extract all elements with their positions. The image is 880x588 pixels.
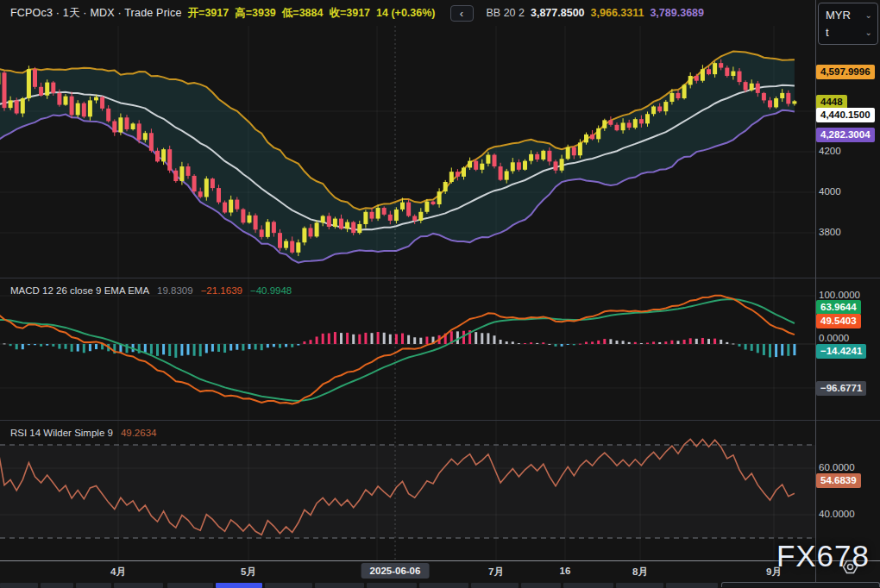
unit-value: t — [826, 26, 829, 39]
chevron-left-icon: ‹ — [460, 7, 463, 20]
axis-value-badge: 63.9644 — [816, 300, 861, 315]
pane-separator[interactable] — [0, 278, 880, 278]
scrollbar-segment[interactable] — [367, 583, 417, 588]
axis-tick-label: 3800 — [819, 227, 841, 237]
price-pane-canvas[interactable] — [0, 26, 815, 278]
rsi-title[interactable]: RSI 14 Wilder Simple 9 — [10, 428, 113, 438]
scrollbar-segment[interactable] — [616, 583, 663, 588]
bb-mid-value: 3,877.8500 — [531, 7, 585, 19]
axis-value-badge: 54.6839 — [816, 473, 861, 488]
ohlc-low: 低=3884 — [282, 6, 324, 21]
scrollbar-segment[interactable] — [114, 583, 163, 588]
bb-indicator-label[interactable]: BB 20 2 — [487, 7, 525, 19]
ohlc-open: 开=3917 — [188, 6, 229, 21]
scrollbar-segment[interactable] — [167, 583, 213, 588]
axis-tick-label: 60.0000 — [819, 462, 855, 472]
axis-value-badge: −14.4241 — [816, 344, 866, 359]
currency-value: MYR — [826, 9, 851, 22]
axis-tick-label: 40.0000 — [819, 509, 855, 519]
scrollbar-segment[interactable] — [265, 583, 312, 588]
scrollbar-segment[interactable] — [521, 583, 561, 588]
ohlc-high: 高=3939 — [235, 6, 276, 21]
scrollbar-segment[interactable] — [563, 583, 613, 588]
time-tick-label: 9月 — [766, 566, 782, 579]
chevron-down-icon: ⌄ — [865, 28, 872, 37]
time-tick-label: 4月 — [110, 566, 126, 579]
scrollbar-segment[interactable] — [41, 583, 73, 588]
scrollbar-segment[interactable] — [76, 583, 111, 588]
axis-value-badge: 4,440.1500 — [816, 108, 875, 122]
chart-legend: FCPOc3 · 1天 · MDX · Trade Price 开=3917 高… — [0, 0, 811, 26]
rsi-pane-canvas[interactable] — [0, 420, 815, 560]
scrollbar-end-box[interactable] — [721, 582, 880, 587]
macd-title[interactable]: MACD 12 26 close 9 EMA EMA — [10, 285, 149, 296]
time-tick-label: 7月 — [488, 566, 504, 579]
trading-chart-app: FCPOc3 · 1天 · MDX · Trade Price 开=3917 高… — [0, 0, 880, 588]
horizontal-scrollbar[interactable] — [0, 582, 880, 588]
macd-pane-legend: MACD 12 26 close 9 EMA EMA 19.8309 −21.1… — [10, 285, 292, 296]
price-axis[interactable]: 4200400038004,597.999644484,440.15004,28… — [816, 0, 880, 582]
axis-tick-label: 0.0000 — [819, 333, 849, 343]
symbol-title[interactable]: FCPOc3 · 1天 · MDX · Trade Price — [10, 6, 182, 21]
chevron-down-icon: ⌄ — [865, 10, 872, 20]
currency-unit-selector: MYR ⌄ t ⌄ — [818, 3, 878, 45]
scrollbar-segment[interactable] — [419, 583, 468, 588]
scrollbar-segment[interactable] — [0, 583, 38, 588]
axis-tick-label: 4200 — [819, 146, 841, 156]
macd-line-value: −21.1639 — [201, 285, 242, 296]
crosshair-date-badge: 2025-06-06 — [361, 563, 430, 579]
currency-dropdown[interactable]: MYR ⌄ — [826, 6, 872, 23]
scrollbar-segment[interactable] — [666, 583, 718, 588]
scrollbar-thumb[interactable] — [216, 583, 262, 588]
time-tick-label: 8月 — [632, 566, 648, 579]
axis-tick-label: 100.0000 — [819, 290, 860, 300]
time-axis[interactable]: 4月5月7月168月9月2025-06-06 — [0, 560, 880, 582]
unit-dropdown[interactable]: t ⌄ — [826, 24, 872, 41]
time-tick-label: 16 — [560, 566, 571, 576]
ohlc-change: 14 (+0.36%) — [376, 7, 435, 19]
axis-tick-label: 4000 — [819, 186, 841, 197]
axis-value-badge: −96.6771 — [816, 381, 866, 396]
axis-value-badge: 4,597.9996 — [816, 65, 875, 79]
collapse-legend-button[interactable]: ‹ — [450, 5, 474, 22]
bb-lower-value: 3,789.3689 — [650, 7, 704, 19]
ohlc-close: 收=3917 — [329, 6, 370, 21]
macd-pane-canvas[interactable] — [0, 278, 815, 420]
rsi-value: 49.2634 — [121, 428, 157, 438]
scrollbar-segment[interactable] — [471, 583, 519, 588]
scrollbar-segment[interactable] — [315, 583, 364, 588]
rsi-pane-legend: RSI 14 Wilder Simple 9 49.2634 — [10, 428, 156, 438]
axis-value-badge: 49.5403 — [816, 314, 861, 328]
macd-hist-value: 19.8309 — [157, 285, 193, 296]
macd-signal-value: −40.9948 — [250, 285, 292, 296]
time-tick-label: 5月 — [241, 566, 256, 579]
bb-upper-value: 3,966.3311 — [591, 7, 644, 19]
axis-value-badge: 4,282.3004 — [816, 128, 875, 142]
pane-separator[interactable] — [0, 420, 880, 421]
